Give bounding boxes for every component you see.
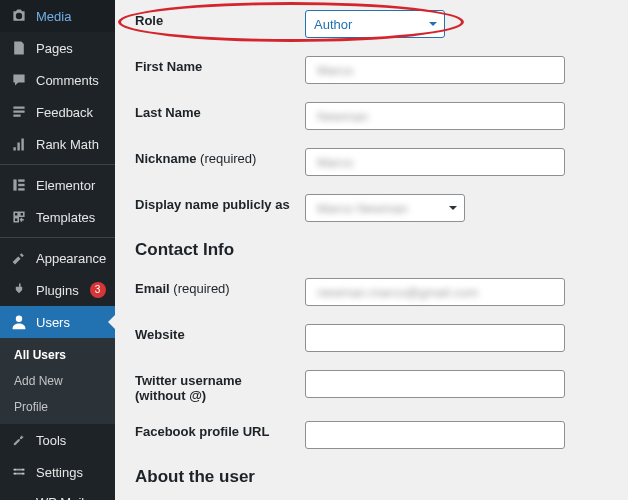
- settings-icon: [10, 463, 28, 481]
- label-email: Email (required): [135, 278, 305, 296]
- email-input[interactable]: [305, 278, 565, 306]
- row-email: Email (required) newman.marco@gmail.com: [135, 278, 608, 306]
- sidebar-label: WP Mail SMTP: [36, 495, 107, 500]
- rankmath-icon: [10, 135, 28, 153]
- svg-point-4: [16, 316, 22, 322]
- row-facebook: Facebook profile URL: [135, 421, 608, 449]
- sidebar-item-comments[interactable]: Comments: [0, 64, 115, 96]
- sidebar-item-settings[interactable]: Settings: [0, 456, 115, 488]
- elementor-icon: [10, 176, 28, 194]
- svg-rect-1: [18, 179, 24, 181]
- facebook-input[interactable]: [305, 421, 565, 449]
- role-select[interactable]: Author: [305, 10, 445, 38]
- sidebar-item-wpmailsmtp[interactable]: WP Mail SMTP: [0, 488, 115, 500]
- row-nickname: Nickname (required) Marco: [135, 148, 608, 176]
- sidebar-label: Pages: [36, 41, 73, 56]
- row-twitter: Twitter username (without @): [135, 370, 608, 403]
- submenu-all-users[interactable]: All Users: [0, 342, 115, 368]
- row-role: Role Author: [135, 10, 608, 38]
- svg-rect-0: [13, 179, 16, 190]
- label-nickname: Nickname (required): [135, 148, 305, 166]
- page-icon: [10, 39, 28, 57]
- display-name-select[interactable]: [305, 194, 465, 222]
- sidebar-label: Tools: [36, 433, 66, 448]
- comment-icon: [10, 71, 28, 89]
- svg-rect-2: [18, 184, 24, 186]
- main-content: Role Author First Name Marco Last Name N…: [115, 0, 628, 500]
- users-submenu: All Users Add New Profile: [0, 338, 115, 424]
- sidebar-item-pages[interactable]: Pages: [0, 32, 115, 64]
- sidebar-item-plugins[interactable]: Plugins 3: [0, 274, 115, 306]
- row-first-name: First Name Marco: [135, 56, 608, 84]
- sidebar-label: Rank Math: [36, 137, 99, 152]
- submenu-profile[interactable]: Profile: [0, 394, 115, 420]
- user-icon: [10, 313, 28, 331]
- row-display-name: Display name publicly as Marco Newman: [135, 194, 608, 222]
- label-last-name: Last Name: [135, 102, 305, 120]
- label-role: Role: [135, 10, 305, 28]
- nickname-input[interactable]: [305, 148, 565, 176]
- label-twitter: Twitter username (without @): [135, 370, 305, 403]
- sidebar-item-templates[interactable]: Templates: [0, 201, 115, 233]
- heading-contact-info: Contact Info: [135, 240, 608, 260]
- sidebar-separator: [0, 164, 115, 165]
- website-input[interactable]: [305, 324, 565, 352]
- media-icon: [10, 7, 28, 25]
- svg-rect-3: [18, 188, 24, 190]
- sidebar-label: Comments: [36, 73, 99, 88]
- sidebar-label: Elementor: [36, 178, 95, 193]
- sidebar-label: Feedback: [36, 105, 93, 120]
- sidebar-item-elementor[interactable]: Elementor: [0, 169, 115, 201]
- sidebar-label: Plugins: [36, 283, 79, 298]
- row-last-name: Last Name Newman: [135, 102, 608, 130]
- plugin-update-badge: 3: [90, 282, 106, 298]
- twitter-input[interactable]: [305, 370, 565, 398]
- first-name-input[interactable]: [305, 56, 565, 84]
- svg-rect-7: [13, 473, 15, 475]
- tools-icon: [10, 431, 28, 449]
- sidebar-separator: [0, 237, 115, 238]
- sidebar-item-users[interactable]: Users: [0, 306, 115, 338]
- sidebar-label: Media: [36, 9, 71, 24]
- svg-rect-6: [22, 469, 24, 471]
- svg-rect-5: [13, 469, 15, 471]
- sidebar-label: Appearance: [36, 251, 106, 266]
- sidebar-label: Templates: [36, 210, 95, 225]
- sidebar-item-tools[interactable]: Tools: [0, 424, 115, 456]
- last-name-input[interactable]: [305, 102, 565, 130]
- sidebar-item-appearance[interactable]: Appearance: [0, 242, 115, 274]
- row-website: Website: [135, 324, 608, 352]
- svg-rect-8: [22, 473, 24, 475]
- label-facebook: Facebook profile URL: [135, 421, 305, 439]
- appearance-icon: [10, 249, 28, 267]
- sidebar-item-media[interactable]: Media: [0, 0, 115, 32]
- templates-icon: [10, 208, 28, 226]
- sidebar-label: Settings: [36, 465, 83, 480]
- submenu-add-new[interactable]: Add New: [0, 368, 115, 394]
- label-website: Website: [135, 324, 305, 342]
- sidebar-item-feedback[interactable]: Feedback: [0, 96, 115, 128]
- admin-sidebar: Media Pages Comments Feedback Rank Math …: [0, 0, 115, 500]
- sidebar-label: Users: [36, 315, 70, 330]
- label-first-name: First Name: [135, 56, 305, 74]
- feedback-icon: [10, 103, 28, 121]
- heading-about-user: About the user: [135, 467, 608, 487]
- sidebar-item-rankmath[interactable]: Rank Math: [0, 128, 115, 160]
- label-display-name: Display name publicly as: [135, 194, 305, 212]
- plugin-icon: [10, 281, 28, 299]
